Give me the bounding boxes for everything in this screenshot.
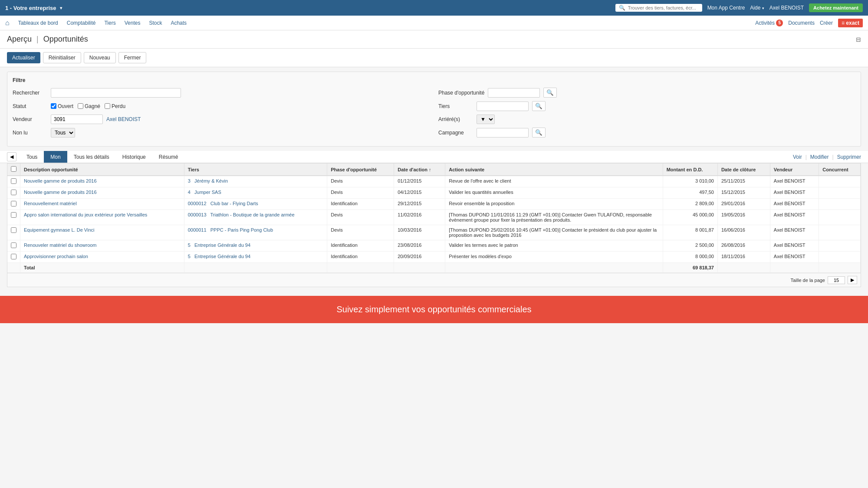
row-checkbox-cell [7, 187, 20, 199]
collapse-button[interactable]: ◀ [7, 152, 16, 161]
reinitialiser-button[interactable]: Réinitialiser [43, 52, 81, 63]
row-montant: 45 000,00 [663, 210, 717, 225]
fermer-button[interactable]: Fermer [118, 52, 147, 63]
row-description-link[interactable]: Renouvellement matériel [24, 201, 77, 206]
page-size-input[interactable] [828, 276, 845, 284]
total-empty-5 [445, 263, 663, 273]
view-toggle-icon[interactable]: ⊟ [856, 36, 861, 43]
filter-phase-search-btn[interactable]: 🔍 [543, 88, 557, 98]
creer-link[interactable]: Créer [820, 20, 833, 26]
row-description-link[interactable]: Approvisionner prochain salon [24, 254, 88, 259]
row-tiers-num-link[interactable]: 0000012 [188, 201, 207, 206]
row-tiers-num-link[interactable]: 3 [188, 178, 191, 183]
filter-row-3: Vendeur Axel BENOIST Arriéré(s) ▼ [13, 115, 855, 124]
total-empty-1 [7, 263, 20, 273]
filter-section: Filtre Rechercher Phase d'opportunité 🔍 … [7, 72, 861, 147]
row-description-link[interactable]: Renouveler matériel du showroom [24, 242, 97, 248]
filter-campagne-search-btn[interactable]: 🔍 [532, 128, 546, 138]
action-supprimer[interactable]: Supprimer [837, 154, 861, 160]
page-size-label: Taille de la page [790, 278, 825, 283]
row-tiers-num-link[interactable]: 5 [188, 242, 191, 248]
page-next-btn[interactable]: ▶ [848, 276, 857, 284]
row-phase: Devis [327, 225, 394, 240]
row-checkbox[interactable] [11, 242, 16, 248]
nav-comptabilite[interactable]: Comptabilité [67, 20, 96, 26]
filter-vendeur-input[interactable] [51, 115, 103, 124]
nav-ventes[interactable]: Ventes [125, 20, 141, 26]
row-tiers-name-link[interactable]: PPPC - Paris Ping Pong Club [210, 227, 273, 233]
row-checkbox[interactable] [11, 254, 16, 259]
filter-gagne-label: Gagné [85, 103, 100, 109]
row-description-link[interactable]: Nouvelle gamme de produits 2016 [24, 190, 97, 195]
home-icon[interactable]: ⌂ [5, 19, 10, 27]
row-vendeur: Axel BENOIST [770, 176, 819, 187]
aide-link[interactable]: Aide ▾ [750, 5, 764, 11]
filter-ouvert-checkbox[interactable]: Ouvert [51, 103, 73, 109]
tab-mon[interactable]: Mon [44, 151, 67, 163]
row-tiers-num-link[interactable]: 0000011 [188, 227, 207, 233]
row-tiers-num-link[interactable]: 5 [188, 254, 191, 259]
row-checkbox[interactable] [11, 227, 16, 233]
nav-tableaux[interactable]: Tableaux de bord [18, 20, 58, 26]
row-tiers-name-link[interactable]: Entreprise Générale du 94 [194, 254, 250, 259]
filter-statut-checkboxes: Ouvert Gagné Perdu [51, 103, 125, 109]
mon-app-centre-link[interactable]: Mon App Centre [707, 5, 745, 11]
row-date-cloture: 16/06/2016 [717, 225, 770, 240]
activites-link[interactable]: Activités 5 [755, 20, 783, 26]
row-montant: 8 001,87 [663, 225, 717, 240]
th-date-action[interactable]: Date d'action ↑ [394, 164, 445, 176]
action-modifier[interactable]: Modifier [810, 154, 829, 160]
row-tiers-name-link[interactable]: Club bar - Flying Darts [210, 201, 258, 206]
global-search-input[interactable] [628, 5, 699, 10]
documents-link[interactable]: Documents [788, 20, 815, 26]
tab-historique[interactable]: Historique [116, 151, 152, 163]
achetez-button[interactable]: Achetez maintenant [809, 3, 863, 12]
breadcrumb-sub: Opportunités [43, 35, 88, 43]
row-description-link[interactable]: Appro salon international du jeux extéri… [24, 212, 147, 217]
row-tiers-num-link[interactable]: 0000013 [188, 212, 207, 217]
nouveau-button[interactable]: Nouveau [84, 52, 116, 63]
nav-tiers[interactable]: Tiers [104, 20, 115, 26]
filter-tiers-search-btn[interactable]: 🔍 [532, 101, 546, 111]
th-montant: Montant en D.D. [663, 164, 717, 176]
row-tiers-name-link[interactable]: Jérémy & Kévin [194, 178, 228, 183]
row-checkbox[interactable] [11, 190, 16, 195]
row-checkbox[interactable] [11, 201, 16, 206]
filter-phase-input[interactable] [488, 88, 540, 98]
filter-gagne-checkbox[interactable]: Gagné [78, 103, 100, 109]
company-selector[interactable]: 1 - Votre entreprise ▾ [5, 5, 62, 11]
row-tiers-name-link[interactable]: Jumper SAS [194, 190, 221, 195]
total-row: Total 69 818,37 [7, 263, 861, 273]
filter-vendeur-label: Vendeur [13, 116, 47, 122]
row-tiers-name-link[interactable]: Entreprise Générale du 94 [194, 242, 250, 248]
filter-perdu-checkbox[interactable]: Perdu [105, 103, 125, 109]
row-tiers-name-link[interactable]: Triathlon - Boutique de la grande armée [210, 212, 295, 217]
tab-resume[interactable]: Résumé [152, 151, 185, 163]
global-search-box[interactable]: 🔍 [615, 4, 702, 12]
nav-stock[interactable]: Stock [149, 20, 162, 26]
row-tiers-num-link[interactable]: 4 [188, 190, 191, 195]
filter-ouvert-input[interactable] [51, 103, 56, 109]
filter-non-lu-select[interactable]: Tous Mon [51, 128, 75, 138]
filter-rechercher-input[interactable] [51, 88, 181, 98]
row-checkbox[interactable] [11, 178, 16, 184]
tab-tous-details[interactable]: Tous les détails [67, 151, 116, 163]
select-all-checkbox[interactable] [11, 166, 16, 172]
row-date-cloture: 18/11/2016 [717, 252, 770, 263]
tab-tous[interactable]: Tous [20, 151, 44, 163]
filter-vendeur-link[interactable]: Axel BENOIST [106, 116, 141, 122]
nav-achats[interactable]: Achats [171, 20, 187, 26]
row-description-link[interactable]: Equipement gymnase L. De Vinci [24, 227, 94, 233]
filter-tiers-input[interactable] [477, 102, 529, 111]
actualiser-button[interactable]: Actualiser [7, 52, 40, 63]
pagination-row: Taille de la page ▶ [7, 273, 861, 287]
filter-arrieres-select[interactable]: ▼ [477, 115, 495, 124]
row-checkbox[interactable] [11, 212, 16, 218]
action-voir[interactable]: Voir [793, 154, 802, 160]
row-tiers: 0000012 Club bar - Flying Darts [184, 199, 327, 210]
filter-campagne-input[interactable] [477, 128, 529, 138]
filter-perdu-input[interactable] [105, 103, 110, 109]
row-checkbox-cell [7, 225, 20, 240]
row-description-link[interactable]: Nouvelle gamme de produits 2016 [24, 178, 97, 183]
filter-gagne-input[interactable] [78, 103, 83, 109]
